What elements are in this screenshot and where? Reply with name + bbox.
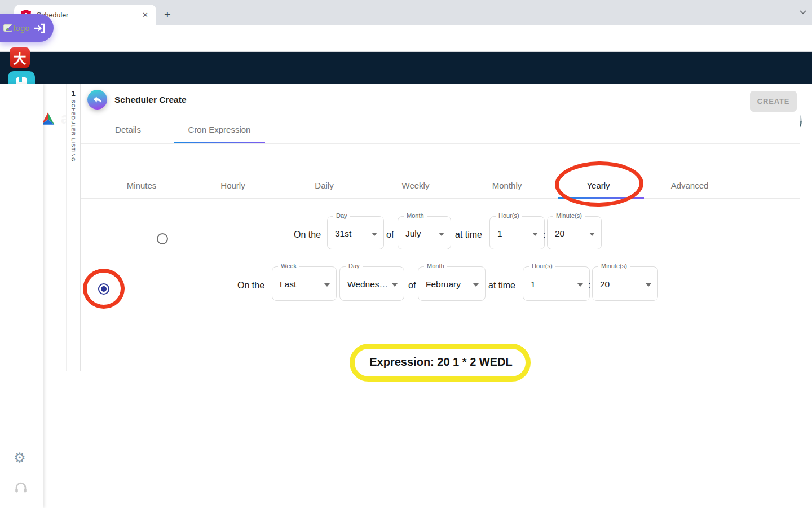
option2-prefix: On the	[237, 281, 264, 291]
tab-title: Scheduler	[37, 11, 140, 19]
option1-month-select[interactable]: Month July	[398, 216, 451, 249]
new-tab-button[interactable]: +	[164, 9, 171, 20]
option2-month-label: Month	[424, 262, 447, 269]
app-header: akaun	[0, 52, 812, 84]
broken-image-icon	[3, 24, 12, 32]
option2-month-select[interactable]: Month February	[418, 266, 486, 301]
sidebar-app-pdf-icon[interactable]: 大	[10, 47, 30, 68]
page-title: Scheduler Create	[114, 95, 187, 105]
option2-minute-label: Minute(s)	[598, 262, 630, 269]
option2-hour-label: Hour(s)	[529, 262, 555, 269]
option2-month-value: February	[426, 279, 461, 290]
listing-tab-index: 1	[66, 89, 81, 98]
option1-minute-value: 20	[555, 229, 564, 239]
option2-day-select[interactable]: Day Wednes…	[339, 266, 404, 301]
option2-day-label: Day	[346, 262, 363, 269]
option1-hour-value: 1	[497, 229, 502, 239]
option1-day-value: 31st	[335, 229, 351, 239]
option1-month-label: Month	[404, 212, 427, 219]
option1-hour-select[interactable]: Hour(s) 1	[489, 216, 545, 249]
option2-week-select[interactable]: Week Last	[272, 266, 337, 301]
option2-at-time: at time	[488, 281, 515, 291]
subtab-advanced[interactable]: Advanced	[644, 172, 735, 198]
dropdown-arrow-icon	[392, 283, 398, 287]
chevron-down-icon[interactable]	[800, 10, 806, 15]
dropdown-arrow-icon	[439, 233, 444, 236]
browser-tab-strip: A Scheduler ✕ +	[0, 0, 812, 25]
radio-weekday-of-month-option[interactable]	[98, 283, 109, 295]
option1-prefix: On the	[294, 230, 321, 240]
back-button[interactable]	[87, 90, 107, 110]
login-arrow-icon	[33, 23, 46, 34]
option1-at-time: at time	[455, 230, 482, 240]
create-button[interactable]: CREATE	[750, 91, 797, 112]
cron-subtab-row: Minutes Hourly Daily Weekly Monthly Year…	[96, 172, 735, 198]
settings-gear-icon[interactable]: ⚙	[14, 450, 26, 466]
subtab-minutes[interactable]: Minutes	[96, 172, 187, 198]
subtab-yearly[interactable]: Yearly	[553, 172, 644, 198]
option1-colon: :	[543, 230, 545, 240]
sidebar-logo-button[interactable]: logo	[0, 14, 54, 42]
active-subtab-indicator	[558, 197, 644, 199]
option2-week-value: Last	[280, 279, 296, 290]
option1-minute-label: Minute(s)	[553, 212, 585, 219]
option1-day-label: Day	[333, 212, 350, 219]
dropdown-arrow-icon	[473, 283, 479, 287]
tab-cron-expression[interactable]: Cron Expression	[174, 125, 264, 134]
option2-hour-value: 1	[531, 279, 536, 290]
dropdown-arrow-icon	[577, 283, 583, 287]
active-tab-indicator	[174, 142, 265, 143]
tabs-divider	[81, 143, 800, 144]
subtab-monthly[interactable]: Monthly	[461, 172, 553, 198]
subtab-hourly[interactable]: Hourly	[187, 172, 279, 198]
back-arrow-icon	[92, 95, 102, 104]
scheduler-listing-vertical-tab[interactable]: 1 SCHEDULER LISTING	[66, 84, 81, 371]
option2-minute-value: 20	[600, 279, 610, 290]
option1-minute-select[interactable]: Minute(s) 20	[547, 216, 602, 249]
dropdown-arrow-icon	[646, 283, 651, 287]
option2-week-label: Week	[278, 262, 299, 269]
logo-alt-text: logo	[14, 23, 33, 33]
listing-tab-label: SCHEDULER LISTING	[70, 100, 76, 162]
tab-close-icon[interactable]: ✕	[140, 10, 151, 20]
option1-hour-label: Hour(s)	[496, 212, 522, 219]
subtab-daily[interactable]: Daily	[279, 172, 370, 198]
support-headset-icon[interactable]	[14, 481, 28, 494]
option2-minute-select[interactable]: Minute(s) 20	[592, 266, 658, 301]
option2-colon: :	[588, 281, 590, 291]
left-sidebar	[0, 84, 43, 508]
cron-expression-text: Expression: 20 1 * 2 WEDL	[361, 354, 521, 372]
option2-day-value: Wednes…	[347, 279, 388, 290]
radio-day-of-month-option[interactable]	[157, 233, 168, 244]
option2-of: of	[408, 281, 416, 291]
dropdown-arrow-icon	[372, 233, 377, 236]
tab-details[interactable]: Details	[89, 125, 167, 134]
option2-hour-select[interactable]: Hour(s) 1	[523, 266, 590, 301]
subtab-weekly[interactable]: Weekly	[370, 172, 461, 198]
option1-month-value: July	[405, 229, 421, 239]
dropdown-arrow-icon	[589, 233, 595, 236]
browser-toolbar: ← → ⟳ akaun.cloud/#/applets/tnt/wavelet/…	[0, 25, 812, 52]
option1-of: of	[386, 230, 394, 240]
subtab-divider	[81, 198, 800, 199]
dropdown-arrow-icon	[324, 283, 330, 287]
option1-day-select[interactable]: Day 31st	[327, 216, 384, 249]
dropdown-arrow-icon	[532, 233, 538, 236]
